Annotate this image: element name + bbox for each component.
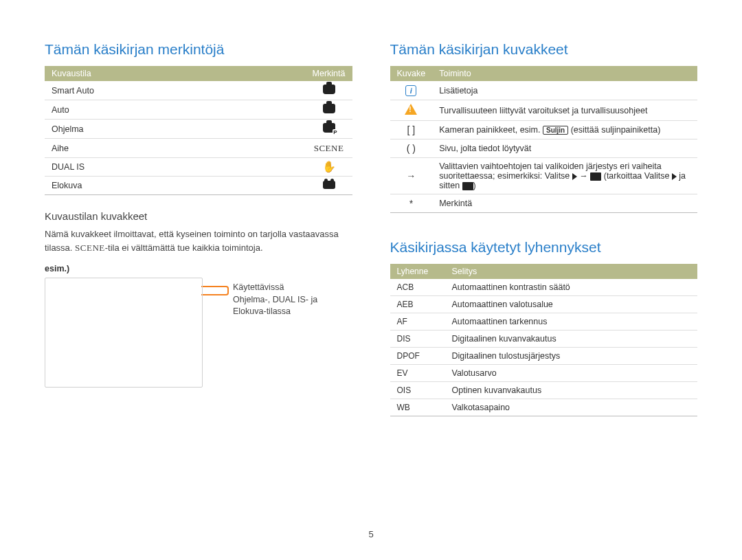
col-lyhenne: Lyhenne	[390, 264, 445, 279]
table-row: DPOFDigitaalinen tulostusjärjestys	[390, 348, 698, 365]
chevron-right-icon	[572, 173, 577, 180]
subheading-kuvakkeet: Kuvaustilan kuvakkeet	[45, 210, 352, 222]
menu-f-icon	[462, 182, 473, 190]
col-kuvaustila: Kuvaustila	[45, 66, 306, 81]
scene-icon-inline: SCENE	[75, 243, 105, 253]
arrow-icon: →	[390, 158, 433, 194]
table-row: Elokuva	[45, 177, 352, 195]
callout-text: Käytettävissä Ohjelma-, DUAL IS- ja Elok…	[233, 282, 317, 318]
camera-smart-icon	[323, 85, 335, 94]
table-row: Auto	[45, 100, 352, 120]
table-row: DUAL IS ✋	[45, 158, 352, 177]
table-row: WBValkotasapaino	[390, 399, 698, 416]
right-column: Tämän käsikirjan kuvakkeet Kuvake Toimin…	[390, 41, 698, 522]
camera-p-icon	[323, 123, 335, 133]
menu-f-icon	[590, 172, 601, 181]
abbrev-table: Lyhenne Selitys ACBAutomaattinen kontras…	[390, 264, 698, 416]
heading-merkintoja: Tämän käsikirjan merkintöjä	[45, 41, 352, 58]
film-icon	[323, 181, 335, 189]
table-row: → Valittavien vaihtoehtojen tai valikoid…	[390, 158, 698, 194]
table-row: ( ) Sivu, jolta tiedot löytyvät	[390, 139, 698, 158]
esim-label: esim.)	[45, 264, 352, 273]
table-row: AEBAutomaattinen valotusalue	[390, 296, 698, 313]
paren-icon: ( )	[390, 139, 433, 158]
suljin-button-example: Suljin	[543, 126, 568, 135]
left-column: Tämän käsikirjan merkintöjä Kuvaustila M…	[45, 41, 352, 522]
table-row: Turvallisuuteen liittyvät varoitukset ja…	[390, 100, 698, 121]
table-row: ACBAutomaattinen kontrastin säätö	[390, 279, 698, 296]
table-row: EVValotusarvo	[390, 365, 698, 382]
modes-table: Kuvaustila Merkintä Smart Auto Auto Ohje…	[45, 66, 352, 195]
warning-icon	[405, 104, 417, 115]
bracket-icon: [ ]	[390, 121, 433, 139]
table-row: Ohjelma	[45, 120, 352, 139]
col-toiminto: Toiminto	[432, 66, 697, 81]
icons-table: Kuvake Toiminto i Lisätietoja Turvallisu…	[390, 66, 698, 213]
heading-kuvakkeet: Tämän käsikirjan kuvakkeet	[390, 41, 698, 58]
camera-icon	[323, 104, 335, 113]
callout-connector	[201, 286, 229, 295]
table-row: [ ] Kameran painikkeet, esim. Suljin (es…	[390, 121, 698, 139]
table-row: i Lisätietoja	[390, 81, 698, 100]
modes-description: Nämä kuvakkeet ilmoittavat, että kyseine…	[45, 227, 352, 254]
asterisk-icon: *	[390, 194, 433, 213]
col-selitys: Selitys	[445, 264, 698, 279]
heading-lyhennykset: Käsikirjassa käytetyt lyhennykset	[390, 239, 698, 256]
table-row: AFAutomaattinen tarkennus	[390, 313, 698, 331]
chevron-right-icon	[672, 173, 677, 180]
example-placeholder	[45, 278, 203, 388]
scene-icon: SCENE	[314, 143, 344, 153]
table-row: Smart Auto	[45, 81, 352, 100]
col-merkinta: Merkintä	[306, 66, 352, 81]
table-row: DISDigitaalinen kuvanvakautus	[390, 331, 698, 348]
hand-icon: ✋	[322, 162, 336, 172]
table-row: * Merkintä	[390, 194, 698, 213]
note-icon: i	[405, 85, 416, 96]
page-number: 5	[45, 529, 697, 539]
table-row: OISOptinen kuvanvakautus	[390, 382, 698, 399]
example-callout: Käytettävissä Ohjelma-, DUAL IS- ja Elok…	[45, 278, 352, 388]
col-kuvake: Kuvake	[390, 66, 433, 81]
table-row: Aihe SCENE	[45, 139, 352, 158]
